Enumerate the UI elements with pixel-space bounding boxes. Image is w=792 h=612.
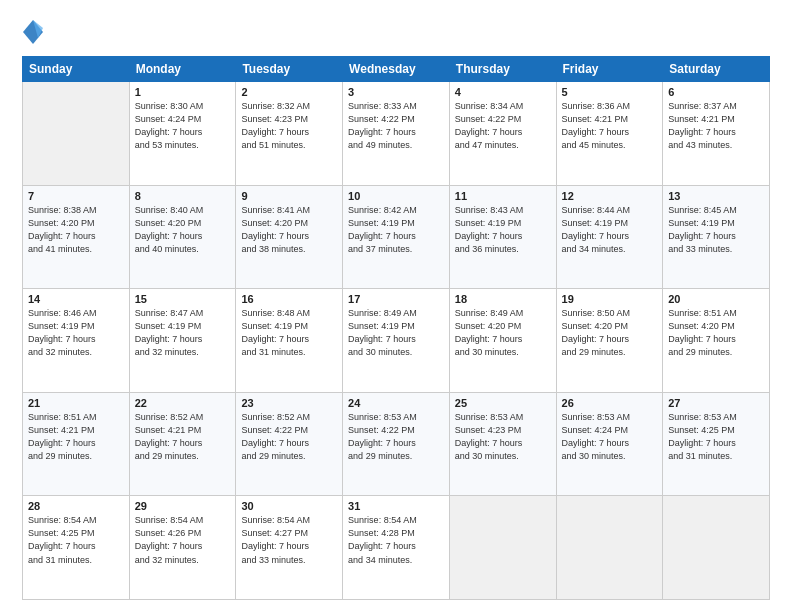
calendar-cell: 5Sunrise: 8:36 AM Sunset: 4:21 PM Daylig… xyxy=(556,82,663,186)
calendar-cell: 2Sunrise: 8:32 AM Sunset: 4:23 PM Daylig… xyxy=(236,82,343,186)
day-number: 12 xyxy=(562,190,658,202)
calendar-week-row: 28Sunrise: 8:54 AM Sunset: 4:25 PM Dayli… xyxy=(23,496,770,600)
day-number: 15 xyxy=(135,293,231,305)
day-info: Sunrise: 8:48 AM Sunset: 4:19 PM Dayligh… xyxy=(241,307,337,359)
day-info: Sunrise: 8:33 AM Sunset: 4:22 PM Dayligh… xyxy=(348,100,444,152)
calendar-cell: 27Sunrise: 8:53 AM Sunset: 4:25 PM Dayli… xyxy=(663,392,770,496)
day-info: Sunrise: 8:32 AM Sunset: 4:23 PM Dayligh… xyxy=(241,100,337,152)
calendar-table: SundayMondayTuesdayWednesdayThursdayFrid… xyxy=(22,56,770,600)
day-info: Sunrise: 8:49 AM Sunset: 4:20 PM Dayligh… xyxy=(455,307,551,359)
day-number: 29 xyxy=(135,500,231,512)
header-day-monday: Monday xyxy=(129,57,236,82)
day-info: Sunrise: 8:54 AM Sunset: 4:27 PM Dayligh… xyxy=(241,514,337,566)
day-number: 2 xyxy=(241,86,337,98)
calendar-cell: 17Sunrise: 8:49 AM Sunset: 4:19 PM Dayli… xyxy=(343,289,450,393)
header-day-thursday: Thursday xyxy=(449,57,556,82)
day-info: Sunrise: 8:51 AM Sunset: 4:20 PM Dayligh… xyxy=(668,307,764,359)
day-info: Sunrise: 8:44 AM Sunset: 4:19 PM Dayligh… xyxy=(562,204,658,256)
day-number: 8 xyxy=(135,190,231,202)
day-number: 10 xyxy=(348,190,444,202)
calendar-week-row: 1Sunrise: 8:30 AM Sunset: 4:24 PM Daylig… xyxy=(23,82,770,186)
day-number: 20 xyxy=(668,293,764,305)
calendar-cell: 11Sunrise: 8:43 AM Sunset: 4:19 PM Dayli… xyxy=(449,185,556,289)
day-info: Sunrise: 8:45 AM Sunset: 4:19 PM Dayligh… xyxy=(668,204,764,256)
day-number: 22 xyxy=(135,397,231,409)
day-info: Sunrise: 8:43 AM Sunset: 4:19 PM Dayligh… xyxy=(455,204,551,256)
calendar-cell: 4Sunrise: 8:34 AM Sunset: 4:22 PM Daylig… xyxy=(449,82,556,186)
day-number: 6 xyxy=(668,86,764,98)
day-number: 31 xyxy=(348,500,444,512)
day-number: 23 xyxy=(241,397,337,409)
calendar-cell xyxy=(663,496,770,600)
day-info: Sunrise: 8:49 AM Sunset: 4:19 PM Dayligh… xyxy=(348,307,444,359)
page: SundayMondayTuesdayWednesdayThursdayFrid… xyxy=(0,0,792,612)
calendar-cell: 26Sunrise: 8:53 AM Sunset: 4:24 PM Dayli… xyxy=(556,392,663,496)
header xyxy=(22,18,770,46)
day-info: Sunrise: 8:53 AM Sunset: 4:25 PM Dayligh… xyxy=(668,411,764,463)
day-number: 4 xyxy=(455,86,551,98)
calendar-cell: 19Sunrise: 8:50 AM Sunset: 4:20 PM Dayli… xyxy=(556,289,663,393)
logo-icon xyxy=(22,18,44,46)
day-info: Sunrise: 8:38 AM Sunset: 4:20 PM Dayligh… xyxy=(28,204,124,256)
calendar-cell: 8Sunrise: 8:40 AM Sunset: 4:20 PM Daylig… xyxy=(129,185,236,289)
header-day-wednesday: Wednesday xyxy=(343,57,450,82)
day-number: 3 xyxy=(348,86,444,98)
calendar-cell: 20Sunrise: 8:51 AM Sunset: 4:20 PM Dayli… xyxy=(663,289,770,393)
calendar-cell: 24Sunrise: 8:53 AM Sunset: 4:22 PM Dayli… xyxy=(343,392,450,496)
day-number: 14 xyxy=(28,293,124,305)
header-day-saturday: Saturday xyxy=(663,57,770,82)
calendar-cell: 14Sunrise: 8:46 AM Sunset: 4:19 PM Dayli… xyxy=(23,289,130,393)
day-number: 17 xyxy=(348,293,444,305)
day-number: 5 xyxy=(562,86,658,98)
day-number: 19 xyxy=(562,293,658,305)
calendar-cell: 18Sunrise: 8:49 AM Sunset: 4:20 PM Dayli… xyxy=(449,289,556,393)
day-number: 11 xyxy=(455,190,551,202)
day-number: 21 xyxy=(28,397,124,409)
day-number: 30 xyxy=(241,500,337,512)
day-info: Sunrise: 8:54 AM Sunset: 4:28 PM Dayligh… xyxy=(348,514,444,566)
calendar-week-row: 14Sunrise: 8:46 AM Sunset: 4:19 PM Dayli… xyxy=(23,289,770,393)
calendar-cell: 30Sunrise: 8:54 AM Sunset: 4:27 PM Dayli… xyxy=(236,496,343,600)
header-day-friday: Friday xyxy=(556,57,663,82)
calendar-cell: 29Sunrise: 8:54 AM Sunset: 4:26 PM Dayli… xyxy=(129,496,236,600)
calendar-cell: 16Sunrise: 8:48 AM Sunset: 4:19 PM Dayli… xyxy=(236,289,343,393)
day-info: Sunrise: 8:54 AM Sunset: 4:26 PM Dayligh… xyxy=(135,514,231,566)
calendar-cell: 3Sunrise: 8:33 AM Sunset: 4:22 PM Daylig… xyxy=(343,82,450,186)
calendar-cell xyxy=(23,82,130,186)
calendar-cell: 23Sunrise: 8:52 AM Sunset: 4:22 PM Dayli… xyxy=(236,392,343,496)
calendar-cell: 1Sunrise: 8:30 AM Sunset: 4:24 PM Daylig… xyxy=(129,82,236,186)
day-number: 18 xyxy=(455,293,551,305)
calendar-week-row: 21Sunrise: 8:51 AM Sunset: 4:21 PM Dayli… xyxy=(23,392,770,496)
logo xyxy=(22,18,48,46)
day-number: 13 xyxy=(668,190,764,202)
calendar-cell: 21Sunrise: 8:51 AM Sunset: 4:21 PM Dayli… xyxy=(23,392,130,496)
calendar-cell: 9Sunrise: 8:41 AM Sunset: 4:20 PM Daylig… xyxy=(236,185,343,289)
day-info: Sunrise: 8:30 AM Sunset: 4:24 PM Dayligh… xyxy=(135,100,231,152)
calendar-cell: 7Sunrise: 8:38 AM Sunset: 4:20 PM Daylig… xyxy=(23,185,130,289)
day-info: Sunrise: 8:53 AM Sunset: 4:24 PM Dayligh… xyxy=(562,411,658,463)
calendar-cell xyxy=(556,496,663,600)
day-number: 16 xyxy=(241,293,337,305)
day-number: 1 xyxy=(135,86,231,98)
calendar-cell: 28Sunrise: 8:54 AM Sunset: 4:25 PM Dayli… xyxy=(23,496,130,600)
calendar-week-row: 7Sunrise: 8:38 AM Sunset: 4:20 PM Daylig… xyxy=(23,185,770,289)
calendar-cell: 22Sunrise: 8:52 AM Sunset: 4:21 PM Dayli… xyxy=(129,392,236,496)
day-number: 26 xyxy=(562,397,658,409)
calendar-cell: 12Sunrise: 8:44 AM Sunset: 4:19 PM Dayli… xyxy=(556,185,663,289)
day-info: Sunrise: 8:52 AM Sunset: 4:22 PM Dayligh… xyxy=(241,411,337,463)
day-number: 25 xyxy=(455,397,551,409)
calendar-cell: 31Sunrise: 8:54 AM Sunset: 4:28 PM Dayli… xyxy=(343,496,450,600)
day-info: Sunrise: 8:46 AM Sunset: 4:19 PM Dayligh… xyxy=(28,307,124,359)
day-info: Sunrise: 8:42 AM Sunset: 4:19 PM Dayligh… xyxy=(348,204,444,256)
header-day-tuesday: Tuesday xyxy=(236,57,343,82)
day-number: 24 xyxy=(348,397,444,409)
day-number: 7 xyxy=(28,190,124,202)
calendar-cell: 6Sunrise: 8:37 AM Sunset: 4:21 PM Daylig… xyxy=(663,82,770,186)
calendar-cell: 13Sunrise: 8:45 AM Sunset: 4:19 PM Dayli… xyxy=(663,185,770,289)
day-info: Sunrise: 8:34 AM Sunset: 4:22 PM Dayligh… xyxy=(455,100,551,152)
day-info: Sunrise: 8:41 AM Sunset: 4:20 PM Dayligh… xyxy=(241,204,337,256)
calendar-cell: 25Sunrise: 8:53 AM Sunset: 4:23 PM Dayli… xyxy=(449,392,556,496)
day-info: Sunrise: 8:54 AM Sunset: 4:25 PM Dayligh… xyxy=(28,514,124,566)
day-info: Sunrise: 8:53 AM Sunset: 4:23 PM Dayligh… xyxy=(455,411,551,463)
day-info: Sunrise: 8:51 AM Sunset: 4:21 PM Dayligh… xyxy=(28,411,124,463)
